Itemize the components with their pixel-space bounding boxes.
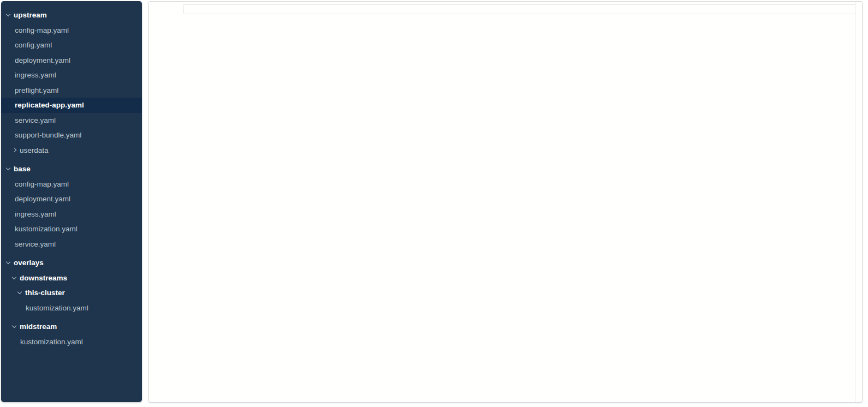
tree-folder-item[interactable]: upstream xyxy=(1,8,142,23)
editor-panel xyxy=(148,1,863,403)
tree-file-item[interactable]: support-bundle.yaml xyxy=(1,128,142,143)
tree-item-label: kustomization.yaml xyxy=(15,225,78,233)
tree-item-label: kustomization.yaml xyxy=(20,338,83,346)
tree-item-label: overlays xyxy=(14,259,44,267)
editor-scrollbar[interactable] xyxy=(855,2,855,402)
tree-item-label: ingress.yaml xyxy=(15,210,56,218)
tree-item-label: upstream xyxy=(14,11,47,19)
current-line-highlight xyxy=(183,4,855,14)
tree-folder-item[interactable]: downstreams xyxy=(1,271,142,286)
tree-folder-item[interactable]: overlays xyxy=(1,255,142,271)
tree-file-item[interactable]: kustomization.yaml xyxy=(1,222,142,237)
file-tree: upstreamconfig-map.yamlconfig.yamldeploy… xyxy=(1,8,142,349)
tree-item-label: config-map.yaml xyxy=(15,26,69,34)
tree-item-label: downstreams xyxy=(20,274,67,282)
tree-item-label: deployment.yaml xyxy=(15,195,70,203)
tree-file-item[interactable]: deployment.yaml xyxy=(1,191,142,207)
file-tree-sidebar: upstreamconfig-map.yamlconfig.yamldeploy… xyxy=(1,1,142,402)
tree-file-item[interactable]: deployment.yaml xyxy=(1,53,142,68)
chevron-down-icon xyxy=(6,260,10,264)
chevron-right-icon xyxy=(12,148,16,152)
tree-item-label: config.yaml xyxy=(15,41,52,49)
tree-item-label: config-map.yaml xyxy=(15,180,69,188)
tree-item-label: replicated-app.yaml xyxy=(15,101,84,109)
tree-file-item[interactable]: ingress.yaml xyxy=(1,68,142,83)
tree-item-label: userdata xyxy=(20,146,49,154)
tree-file-item[interactable]: kustomization.yaml xyxy=(1,301,142,316)
tree-file-item[interactable]: replicated-app.yaml xyxy=(1,98,142,113)
tree-file-item[interactable]: kustomization.yaml xyxy=(1,334,142,350)
tree-file-item[interactable]: service.yaml xyxy=(1,113,142,128)
tree-file-item[interactable]: ingress.yaml xyxy=(1,207,142,222)
chevron-down-icon xyxy=(6,12,10,16)
tree-item-label: this-cluster xyxy=(25,289,65,297)
tree-item-label: service.yaml xyxy=(15,240,56,248)
tree-item-label: midstream xyxy=(20,322,57,331)
tree-folder-item[interactable]: midstream xyxy=(1,319,142,334)
tree-item-label: support-bundle.yaml xyxy=(15,131,81,139)
tree-item-label: kustomization.yaml xyxy=(26,304,88,312)
tree-file-item[interactable]: config-map.yaml xyxy=(1,177,142,192)
tree-folder-item[interactable]: userdata xyxy=(1,143,142,158)
tree-file-item[interactable]: service.yaml xyxy=(1,237,142,252)
tree-file-item[interactable]: preflight.yaml xyxy=(1,83,142,98)
tree-item-label: preflight.yaml xyxy=(15,86,58,94)
tree-item-label: service.yaml xyxy=(15,116,56,124)
chevron-down-icon xyxy=(12,275,16,279)
tree-folder-item[interactable]: base xyxy=(1,161,142,177)
chevron-down-icon xyxy=(6,166,10,170)
tree-folder-item[interactable]: this-cluster xyxy=(1,285,142,301)
tree-item-label: deployment.yaml xyxy=(15,56,70,64)
tree-item-label: ingress.yaml xyxy=(15,71,56,79)
tree-file-item[interactable]: config.yaml xyxy=(1,38,142,53)
chevron-down-icon xyxy=(12,324,16,328)
tree-file-item[interactable]: config-map.yaml xyxy=(1,23,142,38)
chevron-down-icon xyxy=(17,290,22,294)
tree-item-label: base xyxy=(14,165,31,173)
